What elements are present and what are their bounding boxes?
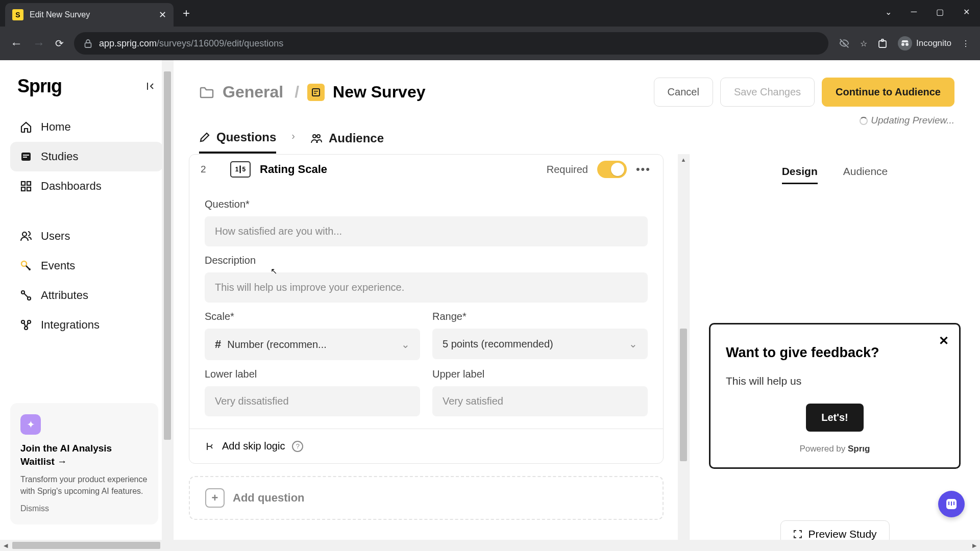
plus-icon: + [205, 488, 225, 508]
sidebar-item-attributes[interactable]: Attributes [10, 281, 163, 310]
sidebar-label: Home [41, 120, 71, 134]
sidebar-label: Dashboards [41, 180, 102, 193]
integrations-icon [19, 319, 33, 331]
add-question-button[interactable]: + Add question [189, 476, 664, 520]
branch-icon [205, 441, 215, 452]
incognito-badge[interactable]: Incognito [898, 36, 951, 51]
chevron-down-icon: ⌄ [629, 338, 638, 350]
preview-tab-audience[interactable]: Audience [843, 165, 888, 184]
eye-off-icon[interactable] [839, 38, 850, 49]
editor-scrollbar[interactable]: ▲ [678, 154, 689, 540]
chevron-right-icon: › [291, 130, 295, 154]
survey-title: New Survey [333, 83, 425, 102]
svg-rect-26 [948, 502, 949, 505]
extensions-icon[interactable] [877, 38, 888, 48]
incognito-icon [898, 36, 912, 51]
svg-rect-22 [314, 93, 316, 94]
home-icon [19, 121, 33, 133]
more-options-icon[interactable]: ••• [636, 163, 651, 176]
url-text: app.sprig.com/surveys/116009/edit/questi… [99, 38, 283, 49]
svg-point-19 [24, 327, 28, 330]
svg-rect-7 [23, 157, 27, 158]
svg-rect-8 [21, 182, 25, 185]
close-tab-icon[interactable]: ✕ [159, 9, 166, 20]
svg-rect-9 [27, 182, 31, 185]
new-tab-button[interactable]: + [183, 6, 190, 20]
popup-cta-button[interactable]: Let's! [806, 404, 864, 432]
sidebar-label: Studies [41, 150, 78, 163]
description-input[interactable] [205, 272, 648, 303]
star-icon[interactable]: ☆ [860, 39, 867, 48]
minimize-icon[interactable]: ─ [911, 7, 917, 17]
sidebar-label: Attributes [41, 289, 88, 302]
question-card: 2 1┃5 Rating Scale Required ••• Question… [189, 154, 664, 464]
sprig-favicon: S [12, 9, 23, 20]
sidebar-scrollbar[interactable] [162, 60, 173, 551]
reload-button[interactable]: ⟳ [55, 37, 64, 49]
maximize-icon[interactable]: ▢ [936, 7, 944, 17]
upper-label-input[interactable] [432, 386, 648, 416]
promo-title[interactable]: Join the AI Analysis Waitlist → [20, 442, 148, 468]
lower-label-input[interactable] [205, 386, 420, 416]
range-select[interactable]: 5 points (recommended) ⌄ [432, 329, 648, 359]
address-bar[interactable]: app.sprig.com/surveys/116009/edit/questi… [74, 32, 828, 55]
audience-icon [310, 133, 323, 144]
svg-rect-27 [951, 502, 952, 506]
sidebar-item-home[interactable]: Home [10, 112, 163, 142]
continue-button[interactable]: Continue to Audience [822, 78, 954, 107]
survey-icon [307, 84, 325, 101]
sidebar-item-integrations[interactable]: Integrations [10, 310, 163, 340]
sidebar-item-events[interactable]: Events [10, 251, 163, 281]
scale-select[interactable]: # Number (recommen... ⌄ [205, 329, 420, 360]
preview-tab-design[interactable]: Design [782, 165, 818, 184]
save-changes-button[interactable]: Save Changes [720, 78, 815, 107]
sidebar-item-studies[interactable]: Studies [10, 142, 163, 171]
chevron-down-icon: ⌄ [401, 338, 410, 350]
forward-button[interactable]: → [33, 36, 45, 51]
popup-close-icon[interactable]: ✕ [939, 334, 949, 348]
back-button[interactable]: ← [10, 36, 22, 51]
browser-tab[interactable]: S Edit New Survey ✕ [5, 3, 174, 27]
svg-point-13 [21, 261, 27, 266]
powered-by: Powered by Sprıg [726, 444, 944, 454]
intercom-chat-icon[interactable] [938, 491, 965, 517]
collapse-sidebar-icon[interactable] [145, 81, 156, 91]
edit-icon [199, 132, 210, 143]
question-number: 2 [201, 164, 206, 175]
questions-step-tab[interactable]: Questions [199, 130, 276, 154]
upper-label-heading: Upper label [432, 368, 648, 380]
folder-icon [199, 86, 214, 99]
menu-icon[interactable]: ⋮ [962, 39, 970, 48]
promo-dismiss-link[interactable]: Dismiss [20, 504, 148, 513]
expand-icon [793, 530, 802, 539]
svg-rect-2 [881, 39, 884, 41]
popup-title: Want to give feedback? [726, 345, 944, 361]
chevron-down-icon[interactable]: ⌄ [885, 7, 892, 17]
description-label: Description [205, 255, 648, 266]
required-toggle[interactable] [597, 161, 627, 178]
horizontal-scrollbar[interactable]: ◀ ▶ [0, 540, 980, 551]
sidebar-item-users[interactable]: Users [10, 221, 163, 251]
add-skip-logic-button[interactable]: Add skip logic ? [189, 429, 663, 463]
svg-point-4 [905, 43, 909, 46]
sidebar-item-dashboards[interactable]: Dashboards [10, 171, 163, 201]
popup-body: This will help us [726, 375, 944, 387]
help-icon[interactable]: ? [292, 441, 303, 452]
cancel-button[interactable]: Cancel [654, 78, 713, 107]
preview-pane: Design Audience ✕ Want to give feedback?… [689, 154, 980, 551]
studies-icon [19, 151, 33, 163]
question-input[interactable] [205, 216, 648, 246]
sidebar-label: Users [41, 230, 70, 243]
audience-step-tab[interactable]: Audience [310, 130, 384, 154]
feedback-popup: ✕ Want to give feedback? This will help … [709, 323, 961, 469]
question-type-label: Rating Scale [260, 163, 327, 176]
scale-label: Scale* [205, 311, 420, 322]
svg-point-23 [313, 135, 316, 138]
close-window-icon[interactable]: ✕ [963, 7, 970, 17]
breadcrumb-folder[interactable]: General [223, 83, 283, 102]
svg-point-12 [22, 232, 27, 236]
sidebar-label: Events [41, 259, 75, 272]
range-label: Range* [432, 311, 648, 322]
tab-title: Edit New Survey [30, 10, 153, 19]
svg-point-3 [901, 43, 904, 46]
